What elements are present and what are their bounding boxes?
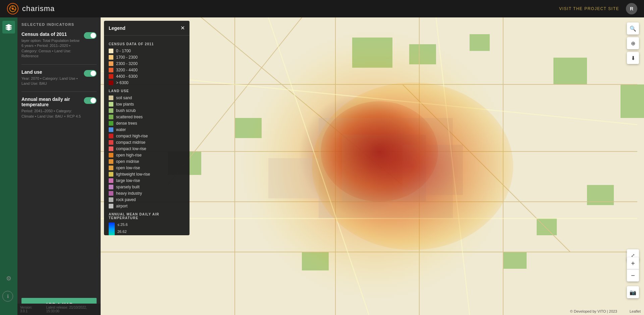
legend-body: CENSUS DATA OF 2011 0 - 17001700 - 23002… (104, 36, 190, 235)
legend-landuse-item: water (109, 127, 185, 132)
sidebar-icon-bar: ⚙ ℹ (0, 17, 17, 315)
logo-area: charisma (7, 3, 55, 15)
legend-panel: Legend ✕ CENSUS DATA OF 2011 0 - 1700170… (104, 21, 190, 235)
census-items: 0 - 17001700 - 23002300 - 32003200 - 440… (109, 49, 185, 85)
sidebar: ⚙ ℹ SELECTED INDICATORS Census data of 2… (0, 17, 101, 315)
legend-landuse-item: rock paved (109, 197, 185, 202)
sidebar-content: SELECTED INDICATORS Census data of 2011 … (17, 17, 101, 294)
legend-census-item: 4400 - 6300 (109, 74, 185, 79)
landuse-items: soil sandlow plantsbush scrubscattered t… (109, 96, 185, 208)
legend-title: Legend (109, 25, 125, 31)
indicator-title-temperature: Annual mean daily air temperature (21, 97, 81, 107)
settings-sidebar-icon[interactable]: ⚙ (2, 272, 15, 285)
temp-label: 26.62 (117, 230, 130, 234)
indicator-desc-landuse: Year: 2070 • Category: Land Use • Land U… (21, 76, 81, 86)
toggle-landuse[interactable] (84, 70, 97, 77)
legend-census-item: 1700 - 2300 (109, 55, 185, 60)
legend-landuse-item: scattered trees (109, 115, 185, 119)
indicator-card-landuse: Land use Year: 2070 • Category: Land Use… (21, 69, 97, 86)
indicator-card-temperature: Annual mean daily air temperature Period… (21, 97, 97, 119)
zoom-out-button[interactable]: − (627, 269, 639, 281)
header-right: VISIT THE PROJECT SITE R (559, 3, 637, 14)
header: charisma VISIT THE PROJECT SITE R (0, 0, 644, 17)
release-text: Latest release: 21/10/2022, 15:33:00 (46, 306, 98, 313)
legend-census-item: 2300 - 3200 (109, 61, 185, 66)
legend-landuse-section-title: LAND USE (109, 89, 185, 93)
logo-icon (7, 3, 19, 15)
temp-gradient: ≤ 25.626.6227.6428.66≥ 29.68 (109, 223, 185, 235)
app-logo-text: charisma (22, 4, 55, 13)
version-text: Version: 3.0.1 (20, 306, 40, 313)
camera-button[interactable]: 📷 (627, 286, 639, 298)
legend-landuse-item: heavy industry (109, 191, 185, 196)
info-sidebar-icon[interactable]: ℹ (2, 291, 13, 302)
locate-button[interactable]: ⊕ (627, 37, 639, 49)
leaflet-attribution: Leaflet (630, 309, 641, 313)
legend-census-section-title: CENSUS DATA OF 2011 (109, 42, 185, 46)
legend-landuse-item: soil sand (109, 96, 185, 100)
temp-label: ≤ 25.6 (117, 223, 130, 227)
legend-landuse-item: compact midrise (109, 140, 185, 145)
temp-gradient-bar (109, 223, 115, 235)
legend-landuse-item: open low-rise (109, 166, 185, 170)
legend-landuse-item: open midrise (109, 159, 185, 164)
legend-landuse-item: airport (109, 204, 185, 208)
legend-header: Legend ✕ (104, 21, 190, 36)
zoom-in-button[interactable]: + (627, 257, 639, 269)
layers-icon[interactable] (2, 21, 15, 34)
indicator-title-landuse: Land use (21, 69, 81, 75)
toggle-census[interactable] (84, 32, 97, 39)
legend-close-button[interactable]: ✕ (180, 25, 185, 31)
indicator-desc-temperature: Period: 2041–2050 • Category: Climate • … (21, 109, 81, 119)
indicator-card-census: Census data of 2011 layer option: Total … (21, 32, 97, 59)
legend-landuse-item: large low-rise (109, 178, 185, 183)
copyright-attribution: © Developed by VITO | 2023 (570, 309, 617, 313)
legend-landuse-item: dense trees (109, 121, 185, 126)
map-area[interactable]: Legend ✕ CENSUS DATA OF 2011 0 - 1700170… (101, 17, 644, 315)
zoom-controls: + − (627, 257, 639, 281)
legend-landuse-item: open high-rise (109, 153, 185, 158)
search-map-button[interactable]: 🔍 (627, 22, 639, 35)
visit-project-link[interactable]: VISIT THE PROJECT SITE (559, 6, 619, 11)
legend-landuse-item: sparsely built (109, 185, 185, 189)
legend-census-item: > 6300 (109, 80, 185, 85)
selected-indicators-title: SELECTED INDICATORS (21, 22, 97, 26)
legend-landuse-item: compact high-rise (109, 134, 185, 138)
toggle-temperature[interactable] (84, 97, 97, 104)
legend-census-item: 3200 - 4400 (109, 68, 185, 72)
indicator-title-census: Census data of 2011 (21, 32, 81, 37)
indicator-desc-census: layer option: Total Population below 6 y… (21, 38, 81, 59)
legend-temp-section-title: ANNUAL MEAN DAILY AIR TEMPERATURE (109, 212, 185, 220)
temp-labels: ≤ 25.626.6227.6428.66≥ 29.68 (117, 223, 130, 235)
map-controls-right: 🔍 ⊕ ⬇ (627, 22, 639, 64)
legend-landuse-item: compact low-rise (109, 146, 185, 151)
legend-landuse-item: lightweight low-rise (109, 172, 185, 177)
legend-landuse-item: low plants (109, 102, 185, 107)
download-button[interactable]: ⬇ (627, 52, 639, 64)
legend-census-item: 0 - 1700 (109, 49, 185, 53)
user-avatar[interactable]: R (626, 3, 637, 14)
legend-landuse-item: bush scrub (109, 108, 185, 113)
